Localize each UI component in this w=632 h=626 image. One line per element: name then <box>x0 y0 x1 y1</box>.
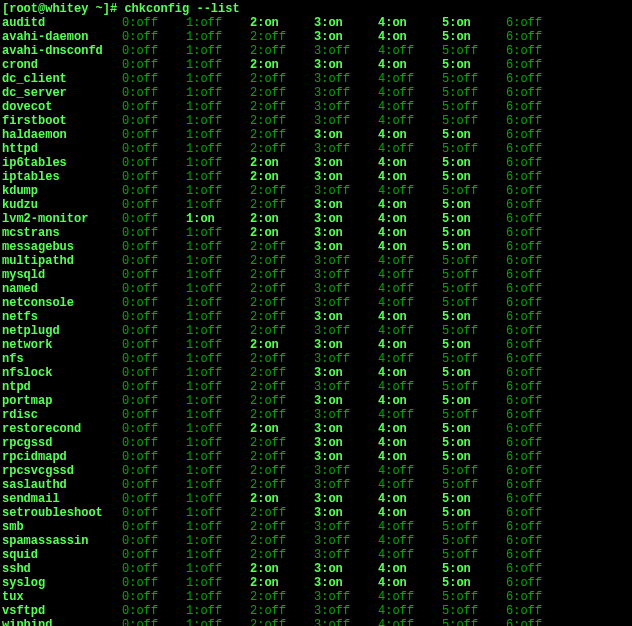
service-row: syslog0:off1:off2:on3:on4:on5:on6:off <box>2 576 630 590</box>
runlevel-0: 0:off <box>122 198 186 212</box>
runlevel-1: 1:off <box>186 450 250 464</box>
runlevel-2: 2:off <box>250 464 314 478</box>
runlevel-0: 0:off <box>122 30 186 44</box>
service-row: restorecond0:off1:off2:on3:on4:on5:on6:o… <box>2 422 630 436</box>
runlevel-0: 0:off <box>122 170 186 184</box>
service-row: tux0:off1:off2:off3:off4:off5:off6:off <box>2 590 630 604</box>
runlevel-3: 3:on <box>314 30 378 44</box>
service-name: rpcsvcgssd <box>2 464 122 478</box>
runlevel-3: 3:on <box>314 198 378 212</box>
service-row: saslauthd0:off1:off2:off3:off4:off5:off6… <box>2 478 630 492</box>
runlevel-1: 1:off <box>186 296 250 310</box>
runlevel-5: 5:off <box>442 268 506 282</box>
runlevel-3: 3:on <box>314 58 378 72</box>
service-row: netconsole0:off1:off2:off3:off4:off5:off… <box>2 296 630 310</box>
service-name: lvm2-monitor <box>2 212 122 226</box>
runlevel-2: 2:on <box>250 226 314 240</box>
runlevel-6: 6:off <box>506 520 570 534</box>
service-row: netfs0:off1:off2:off3:on4:on5:on6:off <box>2 310 630 324</box>
service-row: mcstrans0:off1:off2:on3:on4:on5:on6:off <box>2 226 630 240</box>
runlevel-2: 2:off <box>250 142 314 156</box>
runlevel-4: 4:on <box>378 240 442 254</box>
service-name: ntpd <box>2 380 122 394</box>
runlevel-5: 5:off <box>442 590 506 604</box>
runlevel-2: 2:off <box>250 282 314 296</box>
runlevel-2: 2:on <box>250 212 314 226</box>
service-row: crond0:off1:off2:on3:on4:on5:on6:off <box>2 58 630 72</box>
runlevel-5: 5:off <box>442 184 506 198</box>
service-name: nfs <box>2 352 122 366</box>
runlevel-2: 2:off <box>250 184 314 198</box>
runlevel-1: 1:off <box>186 422 250 436</box>
runlevel-6: 6:off <box>506 212 570 226</box>
runlevel-2: 2:off <box>250 506 314 520</box>
runlevel-0: 0:off <box>122 590 186 604</box>
runlevel-5: 5:on <box>442 506 506 520</box>
runlevel-2: 2:on <box>250 492 314 506</box>
service-row: netplugd0:off1:off2:off3:off4:off5:off6:… <box>2 324 630 338</box>
runlevel-2: 2:off <box>250 478 314 492</box>
runlevel-2: 2:off <box>250 618 314 626</box>
runlevel-5: 5:on <box>442 30 506 44</box>
service-name: iptables <box>2 170 122 184</box>
runlevel-5: 5:off <box>442 86 506 100</box>
runlevel-0: 0:off <box>122 436 186 450</box>
runlevel-2: 2:off <box>250 534 314 548</box>
runlevel-5: 5:on <box>442 450 506 464</box>
service-name: avahi-dnsconfd <box>2 44 122 58</box>
runlevel-6: 6:off <box>506 156 570 170</box>
service-name: netconsole <box>2 296 122 310</box>
service-row: dc_server0:off1:off2:off3:off4:off5:off6… <box>2 86 630 100</box>
runlevel-6: 6:off <box>506 576 570 590</box>
service-name: nfslock <box>2 366 122 380</box>
service-row: avahi-daemon0:off1:off2:off3:on4:on5:on6… <box>2 30 630 44</box>
runlevel-0: 0:off <box>122 324 186 338</box>
runlevel-4: 4:off <box>378 268 442 282</box>
service-row: winbind0:off1:off2:off3:off4:off5:off6:o… <box>2 618 630 626</box>
runlevel-2: 2:off <box>250 590 314 604</box>
service-name: tux <box>2 590 122 604</box>
service-name: crond <box>2 58 122 72</box>
runlevel-4: 4:off <box>378 254 442 268</box>
runlevel-2: 2:off <box>250 128 314 142</box>
runlevel-5: 5:off <box>442 324 506 338</box>
runlevel-3: 3:on <box>314 436 378 450</box>
service-row: httpd0:off1:off2:off3:off4:off5:off6:off <box>2 142 630 156</box>
runlevel-6: 6:off <box>506 198 570 212</box>
runlevel-1: 1:off <box>186 590 250 604</box>
runlevel-4: 4:on <box>378 58 442 72</box>
service-row: sshd0:off1:off2:on3:on4:on5:on6:off <box>2 562 630 576</box>
runlevel-4: 4:off <box>378 478 442 492</box>
runlevel-2: 2:on <box>250 576 314 590</box>
service-name: smb <box>2 520 122 534</box>
service-row: nfs0:off1:off2:off3:off4:off5:off6:off <box>2 352 630 366</box>
runlevel-2: 2:on <box>250 562 314 576</box>
service-name: restorecond <box>2 422 122 436</box>
runlevel-5: 5:on <box>442 338 506 352</box>
runlevel-6: 6:off <box>506 604 570 618</box>
runlevel-3: 3:on <box>314 128 378 142</box>
runlevel-1: 1:off <box>186 618 250 626</box>
runlevel-6: 6:off <box>506 44 570 58</box>
runlevel-0: 0:off <box>122 618 186 626</box>
service-name: rpcidmapd <box>2 450 122 464</box>
runlevel-4: 4:on <box>378 128 442 142</box>
runlevel-4: 4:on <box>378 156 442 170</box>
runlevel-1: 1:off <box>186 254 250 268</box>
runlevel-3: 3:off <box>314 86 378 100</box>
runlevel-6: 6:off <box>506 240 570 254</box>
runlevel-4: 4:on <box>378 506 442 520</box>
runlevel-3: 3:off <box>314 520 378 534</box>
runlevel-1: 1:off <box>186 114 250 128</box>
service-name: mysqld <box>2 268 122 282</box>
runlevel-1: 1:off <box>186 184 250 198</box>
runlevel-1: 1:off <box>186 58 250 72</box>
runlevel-6: 6:off <box>506 100 570 114</box>
runlevel-2: 2:off <box>250 380 314 394</box>
runlevel-6: 6:off <box>506 618 570 626</box>
runlevel-6: 6:off <box>506 142 570 156</box>
runlevel-0: 0:off <box>122 534 186 548</box>
runlevel-6: 6:off <box>506 16 570 30</box>
runlevel-4: 4:off <box>378 464 442 478</box>
runlevel-4: 4:off <box>378 618 442 626</box>
